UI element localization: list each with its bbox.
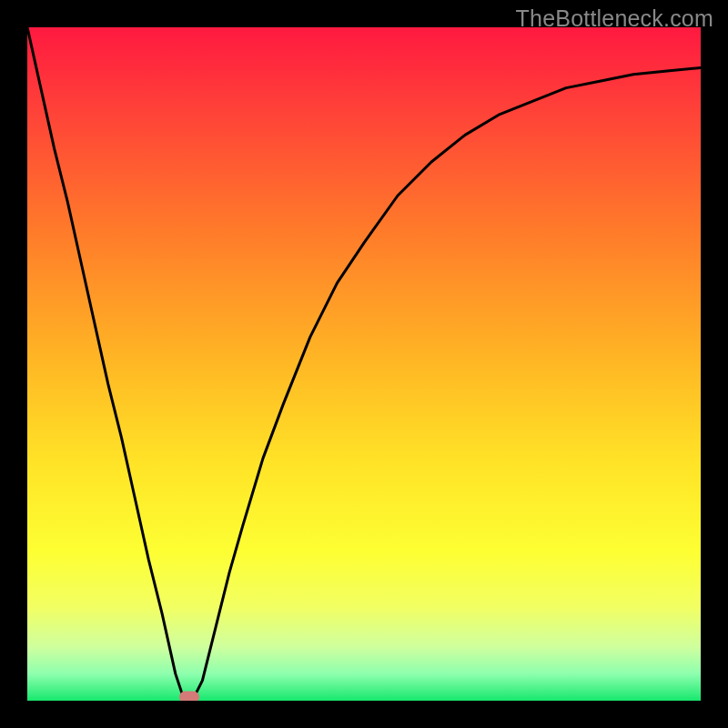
bottleneck-curve: [27, 27, 701, 701]
chart-frame: TheBottleneck.com: [0, 0, 728, 728]
optimal-point-marker: [179, 692, 199, 702]
plot-area: [27, 27, 701, 701]
